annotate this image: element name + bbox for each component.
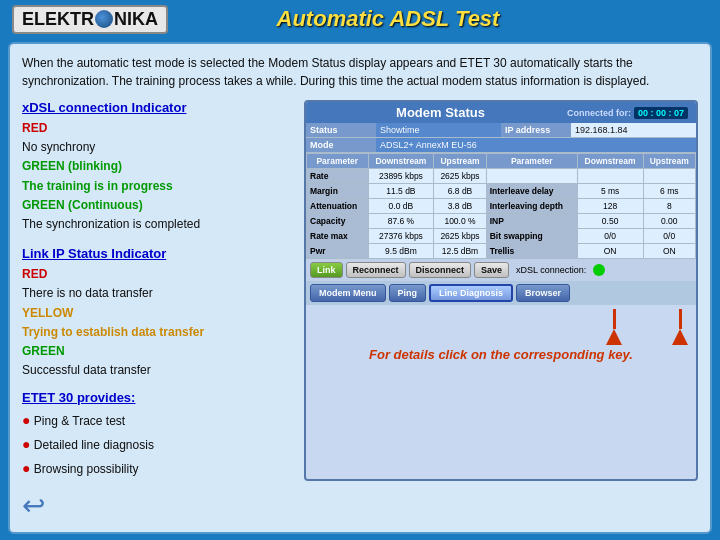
page-title: Automatic ADSL Test — [277, 6, 500, 32]
cell: 6.8 dB — [434, 184, 486, 199]
etet-item-2: ● Detailed line diagnosis — [22, 433, 292, 457]
cell: Margin — [307, 184, 369, 199]
link-ip-items: RED There is no data transfer YELLOW Try… — [22, 265, 292, 380]
th-upstream2: Upstream — [643, 154, 695, 169]
cell: Rate max — [307, 229, 369, 244]
back-navigation[interactable]: ↩ — [22, 489, 45, 522]
left-column: xDSL connection Indicator RED No synchro… — [22, 100, 292, 481]
line-diagnosis-button[interactable]: Line Diagnosis — [429, 284, 513, 302]
reconnect-button[interactable]: Reconnect — [346, 262, 406, 278]
param-table: Parameter Downstream Upstream Parameter … — [306, 153, 696, 259]
modem-status-panel: Modem Status Connected for: 00 : 00 : 07… — [304, 100, 698, 481]
cell: 9.5 dBm — [368, 244, 434, 259]
cell: 0.50 — [577, 214, 643, 229]
link-item-yellow: YELLOW — [22, 304, 292, 323]
xdsl-item-red: RED — [22, 119, 292, 138]
link-item-success: Successful data transfer — [22, 361, 292, 380]
ping-button[interactable]: Ping — [389, 284, 427, 302]
cell: Capacity — [307, 214, 369, 229]
cell: 23895 kbps — [368, 169, 434, 184]
table-row: Pwr 9.5 dBm 12.5 dBm Trellis ON ON — [307, 244, 696, 259]
xdsl-item-sync-complete: The synchronization is completed — [22, 215, 292, 234]
disconnect-button[interactable]: Disconnect — [409, 262, 472, 278]
cell: 128 — [577, 199, 643, 214]
link-item-green: GREEN — [22, 342, 292, 361]
modem-header: Modem Status Connected for: 00 : 00 : 07 — [306, 102, 696, 123]
th-upstream: Upstream — [434, 154, 486, 169]
etet-item-3: ● Browsing possibility — [22, 457, 292, 481]
cell: Trellis — [486, 244, 577, 259]
table-row: Attenuation 0.0 dB 3.8 dB Interleaving d… — [307, 199, 696, 214]
ip-label: IP address — [501, 123, 571, 137]
main-content: When the automatic test mode is selected… — [8, 42, 712, 534]
logo-left: ELEKTR — [22, 9, 94, 30]
mode-row: Mode ADSL2+ AnnexM EU-56 — [306, 138, 696, 153]
etet-items: ● Ping & Trace test ● Detailed line diag… — [22, 409, 292, 480]
link-item-nodata: There is no data transfer — [22, 284, 292, 303]
footer-details: For details click on the corresponding k… — [306, 347, 696, 362]
header: ELEKTR NIKA Automatic ADSL Test — [0, 0, 720, 38]
th-downstream: Downstream — [368, 154, 434, 169]
cell: Attenuation — [307, 199, 369, 214]
xdsl-indicator-light — [593, 264, 605, 276]
cell: 0/0 — [577, 229, 643, 244]
intro-text: When the automatic test mode is selected… — [22, 54, 698, 90]
cell: 6 ms — [643, 184, 695, 199]
cell: 0.00 — [643, 214, 695, 229]
cell — [577, 169, 643, 184]
modem-menu-button[interactable]: Modem Menu — [310, 284, 386, 302]
logo-right: NIKA — [114, 9, 158, 30]
cell: Bit swapping — [486, 229, 577, 244]
status-row: Status Showtime IP address 192.168.1.84 — [306, 123, 696, 138]
xdsl-item-green-cont: GREEN (Continuous) — [22, 196, 292, 215]
status-label: Status — [306, 123, 376, 137]
cell: 100.0 % — [434, 214, 486, 229]
xdsl-items: RED No synchrony GREEN (blinking) The tr… — [22, 119, 292, 234]
cell: 12.5 dBm — [434, 244, 486, 259]
cell: INP — [486, 214, 577, 229]
cell: 11.5 dB — [368, 184, 434, 199]
back-arrow-icon[interactable]: ↩ — [22, 490, 45, 521]
arrow-ping — [606, 309, 622, 345]
logo-globe-icon — [95, 10, 113, 28]
link-item-red: RED — [22, 265, 292, 284]
cell: 5 ms — [577, 184, 643, 199]
link-button[interactable]: Link — [310, 262, 343, 278]
action-buttons: Link Reconnect Disconnect Save xDSL conn… — [306, 259, 696, 281]
cell: 2625 kbps — [434, 169, 486, 184]
th-downstream2: Downstream — [577, 154, 643, 169]
cell: ON — [577, 244, 643, 259]
xdsl-connection-label: xDSL connection: — [516, 265, 586, 275]
nav-buttons: Modem Menu Ping Line Diagnosis Browser — [306, 281, 696, 305]
cell — [643, 169, 695, 184]
mode-value: ADSL2+ AnnexM EU-56 — [376, 138, 696, 152]
cell: 8 — [643, 199, 695, 214]
xdsl-section-title: xDSL connection Indicator — [22, 100, 292, 115]
cell: 0/0 — [643, 229, 695, 244]
cell: 87.6 % — [368, 214, 434, 229]
cell — [486, 169, 577, 184]
cell: Interleave delay — [486, 184, 577, 199]
cell: Pwr — [307, 244, 369, 259]
mode-label: Mode — [306, 138, 376, 152]
xdsl-item-training: The training is in progress — [22, 177, 292, 196]
cell: 3.8 dB — [434, 199, 486, 214]
table-row: Margin 11.5 dB 6.8 dB Interleave delay 5… — [307, 184, 696, 199]
th-parameter: Parameter — [307, 154, 369, 169]
arrow-diagnosis — [672, 309, 688, 345]
xdsl-item-nosync: No synchrony — [22, 138, 292, 157]
link-item-trying: Trying to establish data transfer — [22, 323, 292, 342]
table-row: Rate max 27376 kbps 2625 kbps Bit swappi… — [307, 229, 696, 244]
th-parameter2: Parameter — [486, 154, 577, 169]
cell: 0.0 dB — [368, 199, 434, 214]
cell: ON — [643, 244, 695, 259]
save-button[interactable]: Save — [474, 262, 509, 278]
connected-time: 00 : 00 : 07 — [634, 107, 688, 119]
browser-button[interactable]: Browser — [516, 284, 570, 302]
logo: ELEKTR NIKA — [12, 5, 168, 34]
cell: 27376 kbps — [368, 229, 434, 244]
etet-item-1: ● Ping & Trace test — [22, 409, 292, 433]
link-ip-section-title: Link IP Status Indicator — [22, 246, 292, 261]
cell: Interleaving depth — [486, 199, 577, 214]
xdsl-item-green-blink: GREEN (blinking) — [22, 157, 292, 176]
